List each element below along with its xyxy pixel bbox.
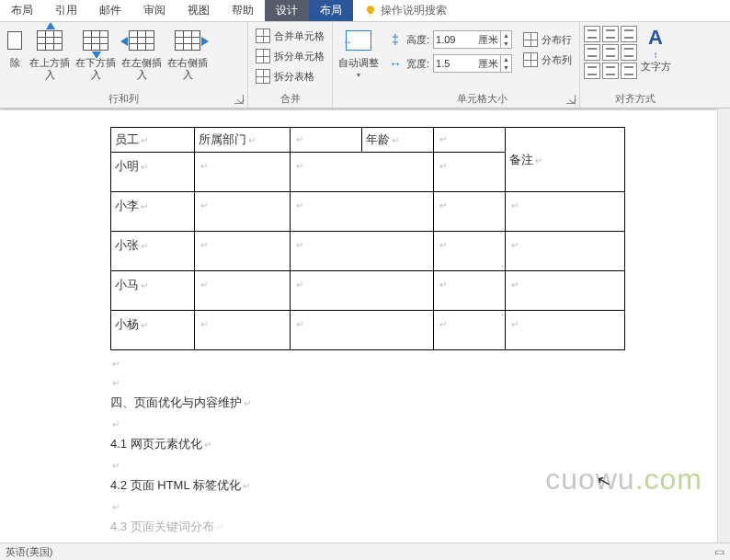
text-direction-icon: A — [648, 26, 663, 50]
split-cells-button[interactable]: 拆分单元格 — [252, 46, 328, 66]
table-cell[interactable] — [290, 232, 433, 271]
table-header[interactable] — [433, 128, 505, 153]
align-top-left[interactable] — [584, 26, 600, 42]
table-cell[interactable] — [194, 192, 290, 232]
menu-tabs: 布局 引用 邮件 审阅 视图 帮助 设计 布局 操作说明搜索 — [0, 0, 730, 22]
rows-cols-dialog-launcher[interactable] — [234, 95, 244, 104]
table-cell[interactable]: 小李 — [111, 192, 195, 232]
alignment-grid — [584, 24, 637, 79]
table-header[interactable]: 备注 — [505, 128, 624, 192]
status-bar: 英语(美国) ▭ — [0, 543, 730, 560]
align-bot-right[interactable] — [621, 63, 637, 79]
align-mid-left[interactable] — [584, 44, 600, 61]
document-area: 员工 所属部门 年龄 备注 小明 小李 小张 小马 小杨 四、页面优化与内容维护… — [0, 109, 730, 543]
table-cell[interactable] — [433, 153, 505, 192]
height-unit: 厘米 — [478, 33, 500, 47]
table-cell[interactable]: 小张 — [111, 232, 195, 271]
arrow-up-icon — [46, 22, 55, 29]
table-cell[interactable]: 小马 — [111, 271, 195, 311]
document-page[interactable]: 员工 所属部门 年龄 备注 小明 小李 小张 小马 小杨 四、页面优化与内容维护… — [0, 110, 717, 543]
height-input[interactable] — [434, 34, 478, 45]
table-cell[interactable] — [194, 153, 290, 192]
width-spinner[interactable]: 厘米 ▲▼ — [433, 54, 512, 73]
align-mid-right[interactable] — [621, 44, 637, 61]
insert-above-button[interactable]: 在上方插入 — [28, 24, 72, 81]
table-header[interactable]: 员工 — [111, 128, 195, 153]
align-bot-left[interactable] — [584, 63, 600, 79]
merge-cells-button[interactable]: 合并单元格 — [252, 26, 328, 46]
distribute-rows-button[interactable]: 分布行 — [519, 29, 576, 50]
table-cell[interactable] — [433, 192, 505, 232]
status-language[interactable]: 英语(美国) — [6, 545, 52, 559]
cell-size-dialog-launcher[interactable] — [566, 95, 576, 104]
insert-right-button[interactable]: 在右侧插入 — [165, 24, 210, 81]
align-top-right[interactable] — [621, 26, 637, 42]
table-cell[interactable]: 小明 — [111, 153, 195, 192]
table-cell[interactable] — [505, 232, 624, 271]
table-cell[interactable] — [433, 271, 505, 311]
merge-cells-label: 合并单元格 — [274, 29, 325, 43]
paragraph[interactable] — [110, 356, 625, 370]
height-spinner[interactable]: 厘米 ▲▼ — [433, 30, 512, 49]
distribute-cols-button[interactable]: 分布列 — [519, 50, 576, 70]
table-cell[interactable] — [505, 192, 624, 232]
width-up[interactable]: ▲ — [501, 55, 511, 63]
arrow-right-icon — [201, 37, 209, 46]
insert-below-button[interactable]: 在下方插入 — [74, 24, 118, 81]
insert-left-label: 在左侧插入 — [120, 57, 164, 81]
table-header[interactable]: 年龄 — [361, 128, 433, 153]
table-cell[interactable] — [290, 192, 433, 232]
table-cell[interactable]: 小杨 — [111, 311, 195, 350]
paragraph[interactable] — [110, 458, 625, 472]
employee-table[interactable]: 员工 所属部门 年龄 备注 小明 小李 小张 小马 小杨 — [110, 127, 625, 350]
table-cell[interactable] — [194, 271, 290, 311]
group-autofit: ↔ 自动调整 ▾ — [333, 22, 384, 108]
paragraph[interactable] — [110, 375, 625, 389]
tab-layout-partial[interactable]: 布局 — [0, 0, 44, 21]
insert-left-button[interactable]: 在左侧插入 — [120, 24, 164, 81]
paragraph-41[interactable]: 4.1 网页元素优化 — [110, 436, 625, 452]
split-table-button[interactable]: 拆分表格 — [252, 66, 328, 86]
tab-mail[interactable]: 邮件 — [88, 0, 132, 21]
height-down[interactable]: ▼ — [501, 40, 511, 48]
table-cell[interactable] — [433, 311, 505, 350]
tab-table-design[interactable]: 设计 — [265, 0, 309, 21]
width-input[interactable] — [434, 58, 478, 69]
table-header[interactable]: 所属部门 — [194, 128, 290, 153]
paragraph-42[interactable]: 4.2 页面 HTML 标签优化 — [110, 477, 625, 494]
tell-me-search[interactable]: 操作说明搜索 — [353, 3, 447, 18]
align-top-center[interactable] — [602, 26, 619, 42]
heading-4[interactable]: 四、页面优化与内容维护 — [110, 394, 625, 411]
table-cell[interactable] — [505, 311, 624, 350]
table-cell[interactable] — [433, 232, 505, 271]
tab-review[interactable]: 审阅 — [132, 0, 177, 21]
paragraph[interactable] — [110, 417, 625, 430]
paragraph-43[interactable]: 4.3 页面关键词分布 — [110, 519, 625, 535]
table-cell[interactable] — [290, 153, 433, 192]
delete-button[interactable]: 除 — [4, 24, 26, 69]
text-direction-label: 文字方 — [641, 60, 671, 74]
distribute-rows-icon — [523, 32, 538, 47]
align-mid-center[interactable] — [602, 44, 619, 61]
autofit-button[interactable]: ↔ 自动调整 ▾ — [336, 24, 381, 79]
vertical-scrollbar[interactable] — [717, 109, 730, 543]
table-cell[interactable] — [194, 232, 290, 271]
align-bot-center[interactable] — [602, 63, 619, 79]
text-direction-button[interactable]: A ↕ 文字方 — [639, 24, 672, 74]
paragraph[interactable] — [110, 499, 625, 513]
tab-table-layout[interactable]: 布局 — [309, 0, 353, 21]
height-up[interactable]: ▲ — [501, 31, 511, 40]
table-cell[interactable] — [194, 311, 290, 350]
tab-references[interactable]: 引用 — [44, 0, 88, 21]
table-cell[interactable] — [290, 271, 433, 311]
status-views-icon[interactable]: ▭ — [714, 545, 724, 558]
tab-view[interactable]: 视图 — [177, 0, 221, 21]
arrow-down-icon — [92, 51, 101, 59]
ribbon: 除 在上方插入 在下方插入 在左侧插入 在右侧插入 行和列 — [0, 22, 730, 109]
table-header[interactable] — [290, 128, 361, 153]
table-cell[interactable] — [505, 271, 624, 311]
table-cell[interactable] — [290, 311, 433, 350]
tab-help[interactable]: 帮助 — [221, 0, 265, 21]
width-down[interactable]: ▼ — [501, 63, 511, 72]
height-label: 高度: — [406, 33, 429, 47]
